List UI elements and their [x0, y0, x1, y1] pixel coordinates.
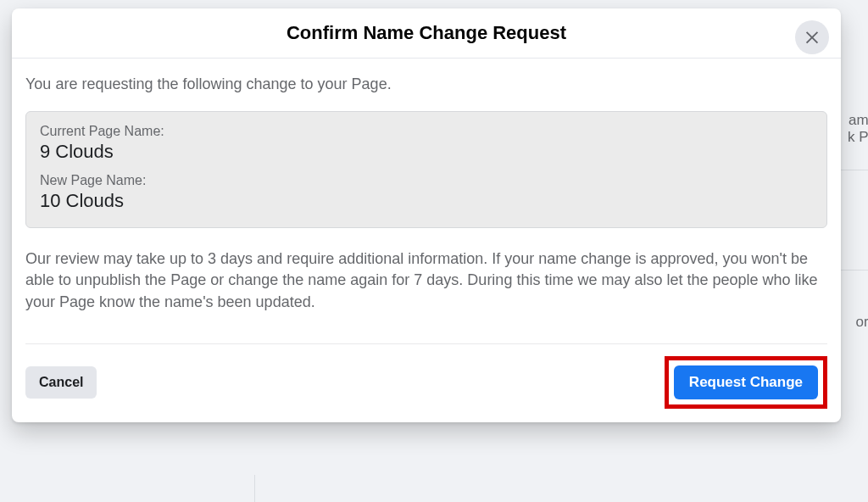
- current-name-value: 9 Clouds: [40, 141, 813, 163]
- modal-footer: Cancel Request Change: [12, 344, 841, 422]
- bg-text-fragment: k Pa: [848, 129, 868, 146]
- modal-header: Confirm Name Change Request: [12, 8, 841, 59]
- new-name-value: 10 Clouds: [40, 190, 813, 212]
- current-name-label: Current Page Name:: [40, 124, 813, 139]
- highlight-box: Request Change: [665, 356, 827, 409]
- confirm-name-change-modal: Confirm Name Change Request You are requ…: [12, 8, 841, 422]
- modal-body: You are requesting the following change …: [12, 59, 841, 343]
- bg-text-fragment: or t: [855, 314, 868, 331]
- name-change-card: Current Page Name: 9 Clouds New Page Nam…: [25, 111, 827, 228]
- request-change-button[interactable]: Request Change: [674, 365, 818, 399]
- cancel-button[interactable]: Cancel: [25, 366, 97, 399]
- new-name-label: New Page Name:: [40, 173, 813, 188]
- intro-text: You are requesting the following change …: [25, 74, 827, 94]
- close-icon: [803, 27, 821, 48]
- close-button[interactable]: [795, 20, 829, 54]
- modal-title: Confirm Name Change Request: [287, 22, 566, 44]
- bg-divider: [254, 475, 255, 502]
- bg-text-fragment: ame: [849, 112, 868, 129]
- review-info-text: Our review may take up to 3 days and req…: [25, 248, 827, 313]
